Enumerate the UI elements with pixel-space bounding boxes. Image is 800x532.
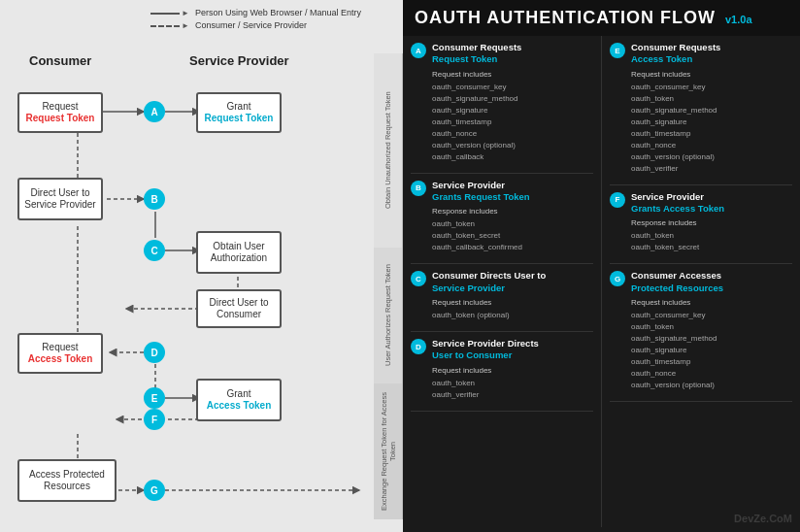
info-body-item: oauth_consumer_key	[631, 82, 792, 93]
node-f: F	[144, 409, 165, 430]
provider-header: Service Provider	[189, 53, 289, 68]
info-title-e: Consumer RequestsAccess Token	[631, 42, 720, 66]
info-body-item: oauth_token	[631, 230, 792, 242]
box-access-protected: Access ProtectedResources	[17, 459, 117, 502]
panel-version: v1.0a	[725, 14, 752, 25]
box-request-access-token: RequestAccess Token	[17, 333, 103, 374]
info-columns: AConsumer RequestsRequest TokenRequest i…	[403, 36, 800, 527]
info-body-item: oauth_timestamp	[631, 356, 792, 368]
info-section-f: FService ProviderGrants Access TokenResp…	[610, 191, 792, 254]
box-dusp-line1: Direct User to	[24, 187, 95, 199]
box-oua-line2: Authorization	[211, 252, 267, 264]
info-body-item: oauth_token	[432, 218, 593, 230]
divider	[411, 263, 593, 264]
section-label-2: User Authorizes Request Token	[374, 248, 403, 383]
info-body-b: Response includesoauth_tokenoauth_token_…	[411, 206, 593, 253]
box-grt-line2: Request Token	[205, 113, 274, 124]
info-col-left: AConsumer RequestsRequest TokenRequest i…	[403, 36, 602, 527]
info-body-item: oauth_verifier	[631, 163, 792, 175]
box-rrt-line2: Request Token	[26, 113, 95, 124]
info-body-item: oauth_timestamp	[631, 128, 792, 140]
info-body-item: oauth_signature_method	[631, 333, 792, 345]
info-body-label-g: Request includes	[631, 297, 792, 309]
info-body-item: oauth_signature	[631, 116, 792, 128]
divider	[411, 173, 593, 174]
info-section-header-c: CConsumer Directs User toService Provide…	[411, 270, 593, 294]
box-duc-line1: Direct User to	[209, 297, 268, 309]
info-title-d: Service Provider DirectsUser to Consumer	[432, 338, 539, 362]
info-badge-g: G	[610, 271, 625, 286]
divider	[610, 184, 792, 185]
node-g: G	[144, 480, 165, 501]
info-body-item: oauth_callback	[432, 151, 593, 163]
info-body-e: Request includesoauth_consumer_keyoauth_…	[610, 69, 792, 175]
box-rat-line2: Access Token	[28, 353, 93, 365]
info-body-item: oauth_token (optional)	[432, 310, 593, 321]
info-body-item: oauth_signature_method	[631, 105, 792, 116]
node-b: B	[144, 188, 165, 210]
node-a: A	[144, 101, 165, 122]
box-ap-line1: Access Protected	[29, 469, 105, 481]
divider	[610, 263, 792, 264]
legend-dashed-line	[150, 20, 189, 30]
info-section-a: AConsumer RequestsRequest TokenRequest i…	[411, 42, 593, 163]
info-col-right: EConsumer RequestsAccess TokenRequest in…	[602, 36, 800, 527]
info-body-g: Request includesoauth_consumer_keyoauth_…	[610, 297, 792, 391]
info-section-e: EConsumer RequestsAccess TokenRequest in…	[610, 42, 792, 175]
diagram-area: Person Using Web Browser / Manual Entry …	[0, 0, 403, 532]
divider	[610, 401, 792, 402]
info-body-item: oauth_token_secret	[432, 230, 593, 242]
info-body-item: oauth_consumer_key	[631, 310, 792, 321]
info-section-g: GConsumer AccessesProtected ResourcesReq…	[610, 270, 792, 391]
node-d: D	[144, 342, 165, 363]
info-badge-f: F	[610, 192, 625, 208]
info-body-item: oauth_token_secret	[631, 242, 792, 253]
box-request-request-token: RequestRequest Token	[17, 92, 103, 133]
legend-solid-line	[150, 8, 189, 17]
info-body-item: oauth_nonce	[631, 140, 792, 151]
info-body-label-c: Request includes	[432, 297, 593, 309]
info-body-item: oauth_nonce	[432, 128, 593, 140]
info-body-item: oauth_token	[631, 321, 792, 333]
info-body-item: oauth_signature_method	[432, 93, 593, 105]
info-title-f: Service ProviderGrants Access Token	[631, 191, 724, 216]
consumer-header: Consumer	[29, 53, 91, 68]
info-title-c: Consumer Directs User toService Provider	[432, 270, 546, 294]
box-grant-request-token: GrantRequest Token	[196, 92, 282, 133]
box-obtain-user-auth: Obtain UserAuthorization	[196, 231, 282, 274]
section-label-1: Obtain Unauthorized Request Token	[374, 53, 403, 248]
section-label-3: Exchange Request Token for Access Token	[374, 383, 403, 519]
legend-solid: Person Using Web Browser / Manual Entry	[150, 8, 361, 17]
info-body-item: oauth_token	[631, 93, 792, 105]
panel-title: OAUTH AUTHENTICATION FLOW v1.0a	[403, 0, 800, 36]
info-body-item: oauth_consumer_key	[432, 82, 593, 93]
info-body-item: oauth_timestamp	[432, 116, 593, 128]
info-body-d: Request includesoauth_tokenoauth_verifie…	[411, 365, 593, 401]
info-body-item: oauth_version (optional)	[432, 140, 593, 151]
info-body-label-f: Response includes	[631, 217, 792, 229]
info-badge-a: A	[411, 43, 426, 58]
box-grant-access-token: GrantAccess Token	[196, 379, 282, 421]
info-body-f: Response includesoauth_tokenoauth_token_…	[610, 217, 792, 253]
info-section-b: BService ProviderGrants Request TokenRes…	[411, 180, 593, 254]
info-body-item: oauth_signature	[631, 345, 792, 356]
box-duc-line2: Consumer	[209, 309, 268, 320]
info-body-c: Request includesoauth_token (optional)	[411, 297, 593, 321]
section-labels: Obtain Unauthorized Request Token User A…	[374, 53, 403, 519]
box-gat-line2: Access Token	[207, 400, 272, 412]
info-body-item: oauth_verifier	[432, 389, 593, 401]
info-title-g: Consumer AccessesProtected Resources	[631, 270, 723, 294]
box-direct-user-consumer: Direct User toConsumer	[196, 289, 282, 328]
info-area: OAUTH AUTHENTICATION FLOW v1.0a AConsume…	[403, 0, 800, 532]
legend: Person Using Web Browser / Manual Entry …	[150, 8, 361, 33]
box-ap-line2: Resources	[29, 481, 105, 492]
box-grt-line1: Grant	[205, 101, 274, 113]
info-section-c: CConsumer Directs User toService Provide…	[411, 270, 593, 321]
info-section-d: DService Provider DirectsUser to Consume…	[411, 338, 593, 401]
box-direct-user-sp: Direct User toService Provider	[17, 178, 103, 220]
divider	[411, 331, 593, 332]
info-section-header-f: FService ProviderGrants Access Token	[610, 191, 792, 216]
info-section-header-g: GConsumer AccessesProtected Resources	[610, 270, 792, 294]
info-badge-b: B	[411, 181, 426, 196]
box-rrt-line1: Request	[26, 101, 95, 113]
